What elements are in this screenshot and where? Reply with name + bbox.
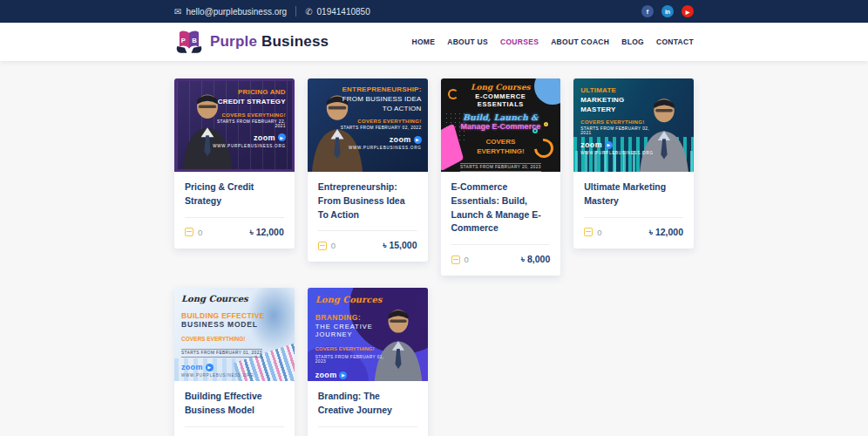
brand-name-secondary: Business [261, 33, 329, 50]
topbar-inner: ✉ hello@purplebusiness.org ✆ 01941410850… [174, 0, 694, 23]
banner-title-line2: BUSINESS MODEL [181, 320, 268, 329]
lessons-count: 0 [451, 255, 469, 264]
nav-item-courses[interactable]: COURSES [500, 37, 539, 46]
banner-title-line1: ENTREPRENEURSHIP: [335, 85, 421, 95]
course-banner-entrepreneurship[interactable]: ENTREPRENEURSHIP: FROM BUSINESS IDEA TO … [308, 78, 428, 172]
svg-text:B: B [192, 37, 197, 44]
card-body: Ultimate Marketing Mastery 0 ৳ 12,000 [573, 172, 694, 249]
banner-starts: STARTS FROM FEBRUARY 22, 2021 [206, 119, 286, 128]
nav-item-about-us[interactable]: ABOUT US [447, 37, 488, 46]
email-link[interactable]: ✉ hello@purplebusiness.org [174, 7, 287, 17]
svg-text:P: P [181, 37, 186, 44]
zoom-wordmark: zoom [181, 363, 203, 371]
course-title[interactable]: Pricing & Credit Strategy [185, 181, 284, 208]
course-banner-business-model[interactable]: Long Cources BUILDING EFFECTIVE BUSINESS… [174, 288, 295, 381]
course-banner-marketing[interactable]: ULTIMATE MARKETING MASTERY COVERS EVERYT… [573, 78, 694, 172]
course-title[interactable]: Ultimate Marketing Mastery [584, 181, 683, 208]
youtube-icon[interactable]: ▶ [682, 5, 694, 17]
card-footer: 0 ৳ 8,000 [451, 245, 551, 265]
nav-item-contact[interactable]: CONTACT [656, 37, 694, 46]
course-title[interactable]: E-Commerce Essentials: Build, Launch & M… [451, 181, 551, 235]
topbar-divider [295, 6, 296, 17]
brand-logo[interactable]: P B Purple Business [174, 27, 329, 57]
main-nav: HOME ABOUT US COURSES ABOUT COACH BLOG C… [412, 37, 694, 46]
phone-text: 01941410850 [317, 7, 370, 17]
course-banner-branding[interactable]: Long Cources BRANDING: THE CREATIVE JOUR… [308, 288, 428, 381]
banner-title-line1: BRANDING: [315, 313, 392, 322]
lessons-count: 0 [185, 228, 202, 237]
banner-site: WWW.PURPLEBUSINESS.ORG [580, 151, 654, 155]
banner-site: WWW.PURPLEBUSINESS.ORG [181, 373, 268, 378]
card-body: Pricing & Credit Strategy 0 ৳ 12,000 [174, 172, 295, 249]
course-card-entrepreneurship[interactable]: ENTREPRENEURSHIP: FROM BUSINESS IDEA TO … [308, 78, 428, 262]
zoom-wordmark: zoom [390, 135, 411, 144]
zoom-logo: zoom ▶ [206, 133, 286, 142]
lessons-count-value: 0 [597, 228, 601, 237]
course-price: ৳ 12,000 [649, 227, 683, 238]
topbar: ✉ hello@purplebusiness.org ✆ 01941410850… [0, 0, 868, 23]
facebook-icon[interactable]: f [641, 5, 654, 17]
course-price: ৳ 15,000 [383, 240, 417, 251]
banner-starts: STARTS FROM FEBRUARY 02, 2021 [580, 126, 654, 135]
banner-title-line2: THE CREATIVE JOURNEY [315, 323, 392, 338]
linkedin-icon[interactable]: in [661, 5, 674, 17]
brand-name: Purple Business [210, 33, 329, 51]
banner-title-line2: FROM BUSINESS IDEA TO ACTION [335, 95, 421, 114]
course-title[interactable]: Entrepreneurship: From Business Idea To … [318, 181, 417, 221]
banner-title-line2: MARKETING MASTERY [580, 96, 654, 115]
course-title[interactable]: Building Effective Business Model [185, 390, 284, 418]
envelope-icon: ✉ [174, 7, 181, 17]
lessons-count-value: 0 [465, 255, 469, 264]
courses-grid: PRICING AND CREDIT STRATEGY COVERS EVERY… [174, 78, 694, 436]
phone-icon: ✆ [305, 7, 312, 17]
lessons-icon [451, 255, 460, 264]
course-title[interactable]: Branding: The Creative Journey [318, 390, 417, 418]
zoom-logo: zoom ▶ [335, 135, 421, 144]
course-card-branding[interactable]: Long Cources BRANDING: THE CREATIVE JOUR… [308, 288, 428, 436]
zoom-wordmark: zoom [254, 133, 275, 142]
card-footer: 0 ৳ 12,000 [584, 218, 683, 238]
banner-script: Long Cources [181, 294, 268, 303]
lessons-icon [584, 228, 593, 236]
course-card-ecommerce[interactable]: Long Courses E-COMMERCE ESSENTIALS Build… [441, 78, 561, 276]
lessons-count: 0 [584, 228, 601, 237]
zoom-video-icon: ▶ [278, 133, 286, 141]
banner-covers: COVERS EVERYTHING! [580, 119, 654, 125]
zoom-video-icon: ▶ [605, 141, 613, 149]
course-card-business-model[interactable]: Long Cources BUILDING EFFECTIVE BUSINESS… [174, 288, 295, 436]
course-banner-pricing[interactable]: PRICING AND CREDIT STRATEGY COVERS EVERY… [174, 78, 295, 172]
lessons-count-value: 0 [331, 241, 336, 250]
zoom-wordmark: zoom [315, 371, 337, 379]
banner-title-line2: Manage E-Commerce [453, 122, 549, 131]
course-card-pricing[interactable]: PRICING AND CREDIT STRATEGY COVERS EVERY… [174, 78, 295, 249]
course-card-marketing[interactable]: ULTIMATE MARKETING MASTERY COVERS EVERYT… [573, 78, 694, 249]
zoom-video-icon: ▶ [414, 136, 422, 144]
course-banner-ecommerce[interactable]: Long Courses E-COMMERCE ESSENTIALS Build… [441, 78, 561, 172]
phone-link[interactable]: ✆ 01941410850 [305, 7, 370, 17]
banner-site: WWW.PURPLEBUSINESS.ORG [206, 144, 286, 148]
card-footer: 0 ৳ 12,000 [185, 218, 284, 238]
banner-title-line1: BUILDING EFFECTIVE [181, 311, 268, 320]
nav-item-blog[interactable]: BLOG [621, 37, 644, 46]
card-body: E-Commerce Essentials: Build, Launch & M… [441, 172, 561, 276]
zoom-video-icon: ▶ [339, 371, 347, 379]
banner-site: WWW.PURPLEBUSINESS.ORG [335, 146, 421, 150]
course-price: ৳ 12,000 [250, 227, 284, 238]
zoom-logo: zoom ▶ [315, 371, 392, 379]
zoom-logo: zoom ▶ [580, 140, 654, 149]
course-price: ৳ 8,000 [521, 254, 550, 265]
email-text: hello@purplebusiness.org [186, 7, 287, 17]
banner-script: Long Courses [453, 83, 549, 92]
banner-starts: STARTS FROM FEBRUARY 20, 2023 [460, 163, 541, 172]
banner-covers: COVERS EVERYTHING! [335, 119, 421, 124]
banner-covers: COVERS EVERYTHING! [181, 336, 268, 342]
banner-title-line1: Build, Launch & [453, 112, 549, 122]
nav-item-home[interactable]: HOME [412, 37, 436, 46]
nav-item-about-coach[interactable]: ABOUT COACH [551, 37, 609, 46]
banner-covers: COVERSEVERYTHING! [453, 137, 549, 156]
banner-starts: STARTS FROM FEBRUARY 01, 2023 [315, 355, 392, 364]
lessons-icon [185, 228, 193, 236]
social-group: f in ▶ [641, 5, 694, 17]
courses-section: PRICING AND CREDIT STRATEGY COVERS EVERY… [174, 78, 694, 436]
banner-starts: STARTS FROM FEBRUARY 01, 2023 [181, 349, 262, 358]
